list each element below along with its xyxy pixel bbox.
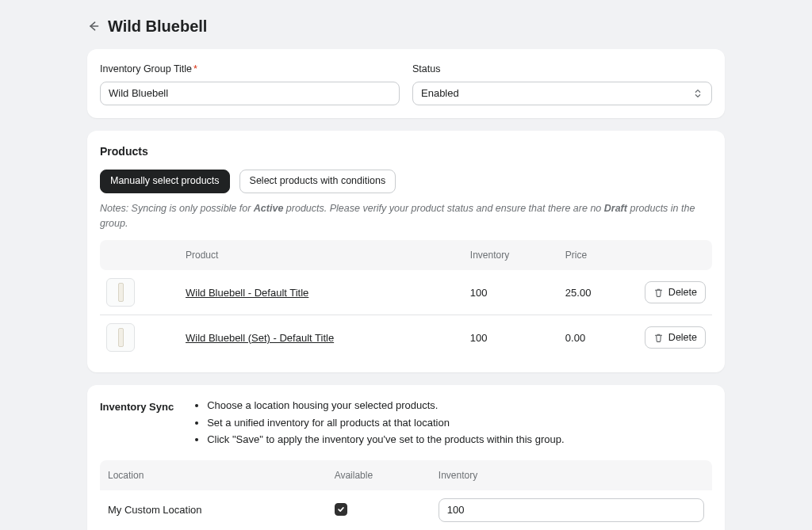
col-available: Available: [327, 460, 431, 490]
list-item: Choose a location housing your selected …: [207, 398, 564, 414]
products-card: Products Manually select products Select…: [87, 131, 725, 373]
available-checkbox[interactable]: [335, 503, 347, 516]
tab-select-conditions[interactable]: Select products with conditions: [239, 170, 396, 193]
product-price-cell: 0.00: [559, 315, 638, 360]
products-heading: Products: [100, 143, 712, 160]
inventory-sync-card: Inventory Sync Choose a location housing…: [87, 385, 725, 530]
required-asterisk: *: [193, 63, 197, 74]
group-title-label: Inventory Group Title*: [100, 62, 400, 77]
product-thumbnail: [106, 278, 135, 307]
list-item: Set a unified inventory for all products…: [207, 415, 564, 431]
page-header: Wild Bluebell: [0, 14, 812, 49]
products-table: Product Inventory Price Wild Bluebell - …: [100, 240, 712, 360]
group-settings-card: Inventory Group Title* Wild Bluebell Sta…: [87, 49, 725, 118]
location-name: My Custom Location: [100, 490, 327, 530]
products-table-header: Product Inventory Price: [100, 240, 712, 270]
product-selection-tabs: Manually select products Select products…: [100, 170, 712, 193]
product-link[interactable]: Wild Bluebell (Set) - Default Title: [186, 332, 334, 344]
select-chevrons-icon: [692, 88, 703, 99]
col-inventory: Inventory: [431, 460, 712, 490]
col-location: Location: [100, 460, 327, 490]
table-row: My Custom Location 100: [100, 490, 712, 530]
table-row: Wild Bluebell - Default Title 100 25.00 …: [100, 270, 712, 315]
product-thumbnail: [106, 323, 135, 352]
table-row: Wild Bluebell (Set) - Default Title 100 …: [100, 315, 712, 360]
locations-table: Location Available Inventory My Custom L…: [100, 460, 712, 530]
col-product: Product: [179, 240, 464, 270]
tab-manual-select[interactable]: Manually select products: [100, 170, 230, 193]
group-title-input[interactable]: Wild Bluebell: [100, 82, 400, 105]
status-select[interactable]: Enabled: [412, 82, 712, 105]
col-price: Price: [559, 240, 638, 270]
locations-table-header: Location Available Inventory: [100, 460, 712, 490]
status-label: Status: [412, 62, 712, 77]
product-link[interactable]: Wild Bluebell - Default Title: [186, 287, 308, 299]
product-inventory-cell: 100: [464, 270, 559, 315]
trash-icon: [653, 333, 664, 343]
list-item: Click "Save" to apply the inventory you'…: [207, 432, 564, 448]
delete-button[interactable]: Delete: [645, 326, 706, 349]
product-price-cell: 25.00: [559, 270, 638, 315]
product-inventory-cell: 100: [464, 315, 559, 360]
back-arrow-icon[interactable]: [87, 20, 100, 32]
sync-instructions: Choose a location housing your selected …: [193, 398, 564, 449]
inventory-input[interactable]: 100: [439, 498, 704, 522]
delete-button[interactable]: Delete: [645, 281, 706, 303]
col-inventory: Inventory: [464, 240, 559, 270]
page-title: Wild Bluebell: [108, 14, 207, 38]
products-note: Notes: Syncing is only possible for Acti…: [100, 201, 712, 231]
trash-icon: [653, 288, 664, 298]
inventory-sync-heading: Inventory Sync: [100, 398, 174, 449]
